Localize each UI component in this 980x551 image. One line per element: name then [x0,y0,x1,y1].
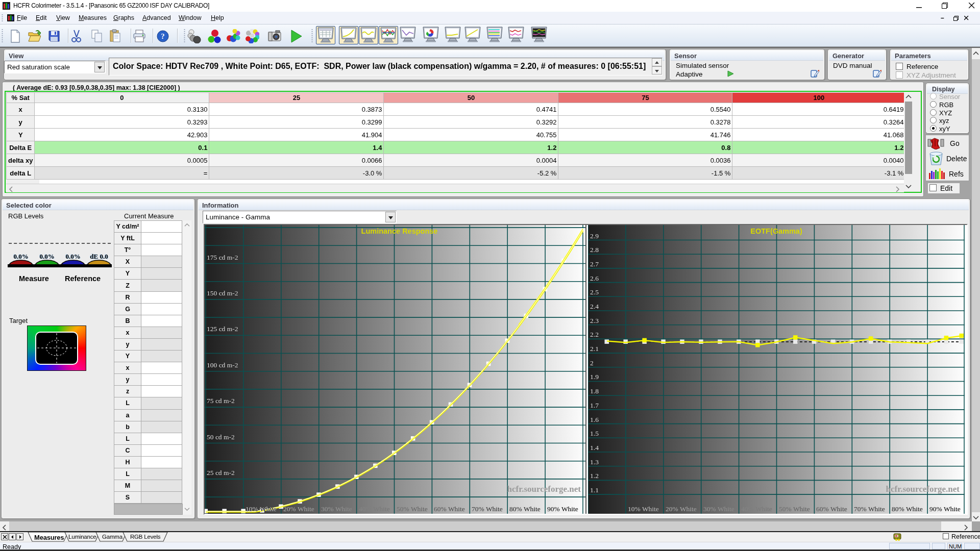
svg-text:?: ? [161,32,165,40]
